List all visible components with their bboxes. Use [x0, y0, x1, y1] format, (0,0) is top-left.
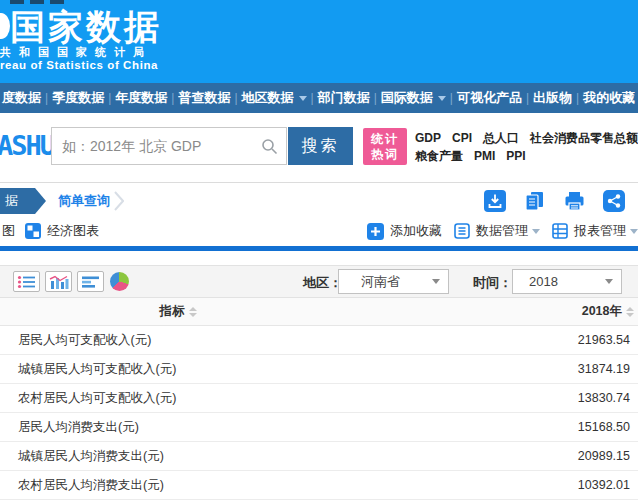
nav-item[interactable]: 普查数据 — [178, 89, 230, 107]
clipped-tab-label[interactable]: 图 — [2, 222, 15, 240]
value-cell: 10392.01 — [356, 478, 638, 492]
region-label: 地区： — [303, 274, 342, 292]
nav-item[interactable]: 出版物 — [533, 89, 572, 107]
nav-item[interactable]: 可视化产品 — [457, 89, 522, 107]
chevron-right-icon — [114, 191, 124, 215]
hot-words-line-2: 粮食产量PMIPPI — [415, 147, 638, 165]
hot-words-badge: 统计 热词 — [363, 128, 407, 165]
nav-separator: | — [171, 91, 174, 105]
nav-item[interactable]: 年度数据 — [115, 89, 167, 107]
list-view-icon[interactable] — [13, 271, 40, 292]
data-manage-button[interactable]: 数据管理 — [454, 222, 540, 240]
nav-separator: | — [450, 91, 453, 105]
nav-item[interactable]: 季度数据 — [52, 89, 104, 107]
nav-item[interactable]: 部门数据 — [318, 89, 370, 107]
nav-item-label: 国际数据 — [381, 89, 433, 107]
nav-item-label: 出版物 — [533, 89, 572, 107]
table-row[interactable]: 农村居民人均可支配收入(元)13830.74 — [0, 384, 638, 413]
table-body: 居民人均可支配收入(元)21963.54城镇居民人均可支配收入(元)31874.… — [0, 326, 638, 500]
search-section: ASHU 搜索 统计 热词 GDPCPI总人口社会消费品零售总额 粮食产量PMI… — [0, 113, 638, 182]
hot-word-link[interactable]: GDP — [415, 129, 441, 147]
chevron-down-icon — [299, 96, 307, 101]
region-select[interactable]: 河南省 — [338, 269, 449, 294]
nav-item[interactable]: 我的收藏 — [583, 89, 635, 107]
indicator-cell: 居民人均可支配收入(元) — [0, 332, 356, 349]
hot-word-link[interactable]: 社会消费品零售总额 — [530, 129, 638, 147]
nav-item-label: 可视化产品 — [457, 89, 522, 107]
bar-chart-view-icon[interactable] — [45, 271, 72, 292]
time-value: 2018 — [529, 274, 558, 289]
indicator-header-label: 指标 — [160, 304, 185, 318]
indicator-cell: 农村居民人均可支配收入(元) — [0, 390, 356, 407]
table-row[interactable]: 城镇居民人均可支配收入(元)31874.19 — [0, 355, 638, 384]
share-icon[interactable] — [603, 190, 625, 212]
add-favorite-button[interactable]: 添加收藏 — [367, 222, 442, 240]
nav-item-label: 部门数据 — [318, 89, 370, 107]
table-row[interactable]: 农村居民人均消费支出(元)10392.01 — [0, 471, 638, 500]
download-icon[interactable] — [484, 190, 506, 212]
nav-separator: | — [108, 91, 111, 105]
table-row[interactable]: 居民人均消费支出(元)15168.50 — [0, 413, 638, 442]
hot-word-link[interactable]: 总人口 — [483, 129, 519, 147]
chevron-down-icon — [605, 279, 613, 284]
value-cell: 20989.15 — [356, 449, 638, 463]
nav-item-label: 地区数据 — [242, 89, 294, 107]
search-button[interactable]: 搜索 — [288, 127, 353, 165]
hbar-view-icon[interactable] — [77, 271, 104, 292]
nav-item[interactable]: 国际数据 — [381, 89, 446, 107]
toolbar-left: 图 经济图表 — [2, 222, 99, 240]
indicator-cell: 城镇居民人均消费支出(元) — [0, 448, 356, 465]
chevron-down-icon — [432, 279, 440, 284]
hot-word-link[interactable]: PMI — [474, 147, 495, 165]
breadcrumb-step-data[interactable]: 据 — [0, 188, 46, 214]
nav-item-label: 年度数据 — [115, 89, 167, 107]
spacer — [0, 251, 638, 265]
nav-item-label: 度数据 — [2, 89, 41, 107]
main-nav: 度数据|季度数据|年度数据|普查数据|地区数据|部门数据|国际数据|可视化产品|… — [0, 83, 638, 113]
nav-item-label: 我的收藏 — [583, 89, 635, 107]
breadcrumb: 据 简单查询 — [0, 182, 638, 218]
column-header-year[interactable]: 2018年 — [356, 303, 638, 320]
data-manage-label: 数据管理 — [476, 222, 528, 240]
report-manage-button[interactable]: 报表管理 — [552, 222, 638, 240]
hot-word-link[interactable]: CPI — [452, 129, 472, 147]
nav-separator: | — [374, 91, 377, 105]
site-subtitle-en: reau of Statistics of China — [0, 59, 158, 71]
breadcrumb-step-simple-query[interactable]: 简单查询 — [58, 188, 110, 214]
shuju-logo: ASHU — [0, 130, 54, 161]
nav-separator: | — [45, 91, 48, 105]
nav-item-label: 普查数据 — [178, 89, 230, 107]
toolbar: 图 经济图表 添加收藏 数据管理 报表管理 — [0, 218, 638, 246]
site-title: 国家数据 — [10, 4, 162, 51]
indicator-cell: 城镇居民人均可支配收入(元) — [0, 361, 356, 378]
copy-icon[interactable] — [523, 190, 546, 212]
nav-separator: | — [311, 91, 314, 105]
indicator-cell: 居民人均消费支出(元) — [0, 419, 356, 436]
site-subtitle-cn: 共和国国家统计局 — [0, 45, 152, 60]
site-banner: 国家数据 共和国国家统计局 reau of Statistics of Chin… — [0, 0, 638, 83]
nav-item[interactable]: 度数据 — [2, 89, 41, 107]
nav-separator: | — [526, 91, 529, 105]
action-icons — [484, 190, 625, 212]
document-icon — [454, 223, 470, 239]
hot-word-link[interactable]: 粮食产量 — [415, 147, 463, 165]
tab-economic-charts[interactable]: 经济图表 — [47, 222, 99, 240]
pie-view-icon[interactable] — [110, 272, 129, 291]
value-cell: 21963.54 — [356, 333, 638, 347]
print-icon[interactable] — [563, 190, 586, 212]
nav-item-label: 季度数据 — [52, 89, 104, 107]
hot-word-link[interactable]: PPI — [506, 147, 525, 165]
hot-words-line-1: GDPCPI总人口社会消费品零售总额 — [415, 129, 638, 147]
table-row[interactable]: 城镇居民人均消费支出(元)20989.15 — [0, 442, 638, 471]
sort-icon[interactable] — [626, 307, 634, 317]
sort-icon[interactable] — [189, 307, 197, 317]
value-cell: 31874.19 — [356, 362, 638, 376]
grid-icon — [552, 223, 568, 239]
toolbar-right: 添加收藏 数据管理 报表管理 — [367, 222, 638, 240]
value-cell: 13830.74 — [356, 391, 638, 405]
table-row[interactable]: 居民人均可支配收入(元)21963.54 — [0, 326, 638, 355]
search-input[interactable] — [51, 127, 287, 165]
column-header-indicator[interactable]: 指标 — [0, 303, 356, 320]
nav-item[interactable]: 地区数据 — [242, 89, 307, 107]
time-select[interactable]: 2018 — [512, 269, 622, 294]
